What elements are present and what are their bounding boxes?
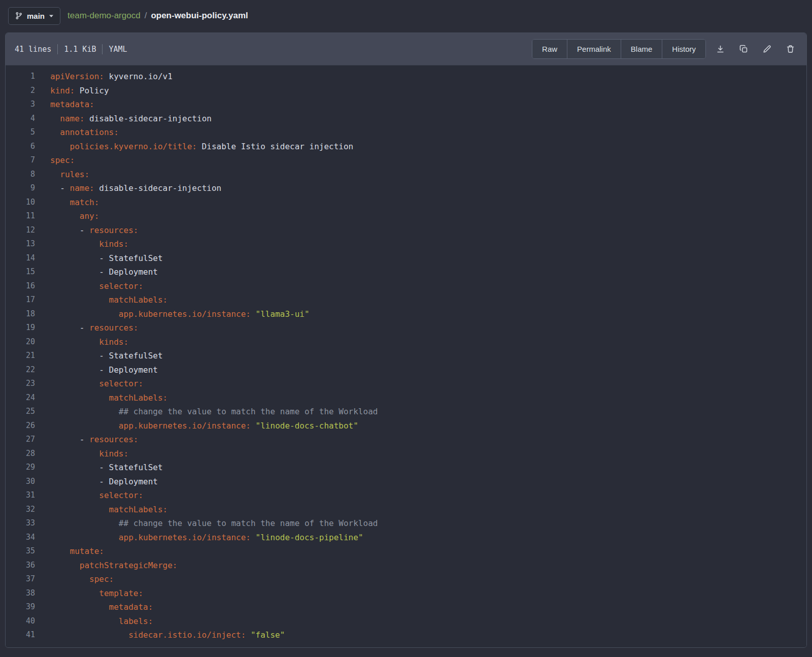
line-number[interactable]: 16 [6,279,50,293]
delete-icon[interactable] [781,40,799,58]
breadcrumb-filename: open-webui-policy.yaml [151,11,248,21]
code-line: 28 kinds: [6,447,806,461]
line-number[interactable]: 35 [6,544,50,559]
breadcrumb: team-demo-argocd / open-webui-policy.yam… [67,11,248,21]
line-number[interactable]: 1 [6,70,50,84]
download-icon[interactable] [711,40,729,58]
line-number[interactable]: 18 [6,307,50,321]
line-number[interactable]: 15 [6,265,50,279]
line-number[interactable]: 6 [6,140,50,154]
code-line: 32 matchLabels: [6,503,806,517]
chevron-down-icon [49,14,54,18]
line-content: name: disable-sidecar-injection [50,112,212,126]
line-number[interactable]: 12 [6,223,50,238]
line-content: - Deployment [50,475,158,489]
file-view-container: 41 lines 1.1 KiB YAML Raw Permalink Blam… [5,32,807,648]
line-content: metadata: [50,97,94,112]
line-number[interactable]: 23 [6,377,50,391]
line-content: kinds: [50,237,128,251]
line-number[interactable]: 5 [6,125,50,140]
copy-icon[interactable] [734,40,753,58]
line-content: - Deployment [50,265,158,279]
code-line: 29 - StatefulSet [6,461,806,475]
line-content: kind: Policy [50,84,109,98]
code-line: 1apiVersion: kyverno.io/v1 [6,70,806,84]
line-number[interactable]: 32 [6,503,50,517]
line-number[interactable]: 27 [6,433,50,447]
line-content: template: [50,586,143,601]
line-content: rules: [50,168,89,182]
code-line: 3metadata: [6,97,806,112]
line-number[interactable]: 13 [6,237,50,251]
line-number[interactable]: 28 [6,447,50,461]
code-line: 19 - resources: [6,321,806,335]
git-branch-icon [15,12,23,20]
line-number[interactable]: 11 [6,209,50,223]
divider [102,44,103,54]
line-number[interactable]: 34 [6,531,50,545]
line-number[interactable]: 14 [6,251,50,266]
code-line: 27 - resources: [6,433,806,447]
code-lines: 1apiVersion: kyverno.io/v12kind: Policy3… [6,70,806,642]
code-line: 16 selector: [6,279,806,293]
branch-selector[interactable]: main [8,7,60,25]
line-number[interactable]: 24 [6,391,50,405]
line-number[interactable]: 10 [6,195,50,210]
file-header: 41 lines 1.1 KiB YAML Raw Permalink Blam… [6,33,806,65]
line-number[interactable]: 25 [6,405,50,419]
line-number[interactable]: 41 [6,628,50,642]
line-number[interactable]: 3 [6,97,50,112]
line-content: - StatefulSet [50,251,163,266]
line-content: sidecar.istio.io/inject: "false" [50,628,285,642]
line-number[interactable]: 37 [6,572,50,586]
line-number[interactable]: 36 [6,559,50,573]
code-line: 17 matchLabels: [6,293,806,307]
breadcrumb-separator: / [145,11,147,21]
code-line: 21 - StatefulSet [6,349,806,363]
line-number[interactable]: 20 [6,335,50,349]
line-content: spec: [50,153,75,168]
code-line: 31 selector: [6,488,806,503]
line-number[interactable]: 4 [6,112,50,126]
line-number[interactable]: 40 [6,614,50,629]
line-number[interactable]: 19 [6,321,50,335]
line-number[interactable]: 22 [6,363,50,377]
line-number[interactable]: 26 [6,419,50,433]
line-number[interactable]: 7 [6,153,50,168]
code-line: 9 - name: disable-sidecar-injection [6,181,806,195]
line-content: app.kubernetes.io/instance: "linode-docs… [50,419,358,433]
line-content: apiVersion: kyverno.io/v1 [50,70,173,84]
line-number[interactable]: 31 [6,488,50,503]
line-number[interactable]: 8 [6,168,50,182]
file-size: 1.1 KiB [64,45,96,54]
line-number[interactable]: 38 [6,586,50,601]
line-content: selector: [50,488,143,503]
blame-button[interactable]: Blame [621,40,662,58]
file-actions: Raw Permalink Blame History [532,39,799,59]
code-line: 7spec: [6,153,806,168]
code-line: 39 metadata: [6,600,806,614]
line-content: - Deployment [50,363,158,377]
breadcrumb-repo-link[interactable]: team-demo-argocd [67,11,141,21]
line-number[interactable]: 2 [6,84,50,98]
raw-button[interactable]: Raw [532,40,567,58]
code-view: 1apiVersion: kyverno.io/v12kind: Policy3… [6,65,806,647]
line-number[interactable]: 39 [6,600,50,614]
code-line: 4 name: disable-sidecar-injection [6,112,806,126]
line-number[interactable]: 21 [6,349,50,363]
line-number[interactable]: 30 [6,475,50,489]
line-content: patchStrategicMerge: [50,559,177,573]
permalink-button[interactable]: Permalink [567,40,621,58]
code-line: 34 app.kubernetes.io/instance: "linode-d… [6,531,806,545]
line-number[interactable]: 9 [6,181,50,195]
history-button[interactable]: History [662,40,705,58]
line-content: - StatefulSet [50,349,163,363]
line-content: match: [50,195,99,210]
line-number[interactable]: 17 [6,293,50,307]
edit-icon[interactable] [758,40,776,58]
line-number[interactable]: 33 [6,516,50,531]
line-content: annotations: [50,125,119,140]
code-line: 26 app.kubernetes.io/instance: "linode-d… [6,419,806,433]
line-content: - resources: [50,321,138,335]
line-number[interactable]: 29 [6,461,50,475]
